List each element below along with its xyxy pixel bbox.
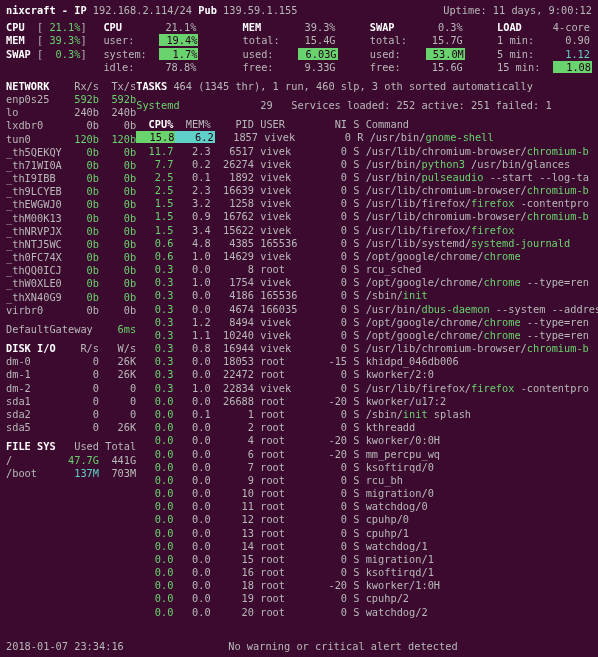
process-row: 0.3 1.0 22834 vivek 0 S /usr/lib/firefox… xyxy=(136,382,598,395)
process-row: 0.6 4.8 4385 165536 0 S /usr/lib/systemd… xyxy=(136,237,598,250)
net-iface-row: _th9LCYEB 0b 0b xyxy=(6,185,136,198)
process-row: 0.3 0.0 22472 root 0 S kworker/2:0 xyxy=(136,368,598,381)
process-row: 11.7 2.3 6517 vivek 0 S /usr/lib/chromiu… xyxy=(136,145,598,158)
process-row: 0.3 0.8 16944 vivek 0 S /usr/lib/chromiu… xyxy=(136,342,598,355)
process-row: 0.3 0.0 18053 root -15 S khidpd_046db006 xyxy=(136,355,598,368)
process-row: 0.0 0.0 14 root 0 S watchdog/1 xyxy=(136,540,598,553)
process-row: 15.8 6.2 1857 vivek 0 R /usr/bin/gnome-s… xyxy=(136,131,598,144)
process-row: 1.5 0.9 16762 vivek 0 S /usr/lib/chromiu… xyxy=(136,210,598,223)
net-iface-row: _thM00K13 0b 0b xyxy=(6,212,136,225)
process-row: 0.0 0.0 18 root -20 S kworker/1:0H xyxy=(136,579,598,592)
process-row: 0.0 0.0 10 root 0 S migration/0 xyxy=(136,487,598,500)
fs-row: / 47.7G 441G xyxy=(6,454,136,467)
process-row: 0.0 0.0 16 root 0 S ksoftirqd/1 xyxy=(136,566,598,579)
process-row: 7.7 0.2 26274 vivek 0 S /usr/bin/python3… xyxy=(136,158,598,171)
process-row: 0.0 0.0 20 root 0 S watchdog/2 xyxy=(136,606,598,619)
pub-label: Pub xyxy=(198,4,217,16)
title-bar: nixcraft - IP 192.168.2.114/24 Pub 139.5… xyxy=(6,4,592,17)
net-iface-row: _th71WI0A 0b 0b xyxy=(6,159,136,172)
process-row: 0.0 0.0 6 root -20 S mm_percpu_wq xyxy=(136,448,598,461)
net-iface-row: _thNTJ5WC 0b 0b xyxy=(6,238,136,251)
net-iface-row: _th5QEKQY 0b 0b xyxy=(6,146,136,159)
process-row: 0.0 0.0 11 root 0 S watchdog/0 xyxy=(136,500,598,513)
net-iface-row: _thW0XLE0 0b 0b xyxy=(6,277,136,290)
net-iface-row: enp0s25 592b 592b xyxy=(6,93,136,106)
process-row: 0.3 0.0 4674 166035 0 S /usr/bin/dbus-da… xyxy=(136,303,598,316)
disk-row: dm-1 0 26K xyxy=(6,368,136,381)
disk-row: sda2 0 0 xyxy=(6,408,136,421)
process-row: 0.0 0.0 9 root 0 S rcu_bh xyxy=(136,474,598,487)
process-row: 0.0 0.0 15 root 0 S migration/1 xyxy=(136,553,598,566)
net-iface-row: lxdbr0 0b 0b xyxy=(6,119,136,132)
net-iface-row: tun0 120b 120b xyxy=(6,133,136,146)
net-iface-row: _thEWGWJ0 0b 0b xyxy=(6,198,136,211)
net-iface-row: lo 240b 240b xyxy=(6,106,136,119)
process-row: 1.5 3.4 15622 vivek 0 S /usr/lib/firefox… xyxy=(136,224,598,237)
disk-row: sda1 0 0 xyxy=(6,395,136,408)
ip-label: IP xyxy=(74,4,86,16)
process-row: 0.0 0.0 19 root 0 S cpuhp/2 xyxy=(136,592,598,605)
process-row: 1.5 3.2 1258 vivek 0 S /usr/lib/firefox/… xyxy=(136,197,598,210)
timestamp: 2018-01-07 23:34:16 xyxy=(6,640,124,653)
net-iface-row: _thNRVPJX 0b 0b xyxy=(6,225,136,238)
process-row: 0.3 0.0 4186 165536 0 S /sbin/init xyxy=(136,289,598,302)
process-row: 0.3 1.1 10240 vivek 0 S /opt/google/chro… xyxy=(136,329,598,342)
ip-value: 192.168.2.114/24 xyxy=(93,4,192,16)
process-row: 0.3 0.0 8 root 0 S rcu_sched xyxy=(136,263,598,276)
process-row: 0.0 0.0 2 root 0 S kthreadd xyxy=(136,421,598,434)
hostname: nixcraft xyxy=(6,4,56,16)
process-row: 0.6 1.0 14629 vivek 0 S /opt/google/chro… xyxy=(136,250,598,263)
status-bar: 2018-01-07 23:34:16 No warning or critic… xyxy=(6,640,592,653)
process-row: 0.0 0.1 1 root 0 S /sbin/init splash xyxy=(136,408,598,421)
summary-panel: CPU [ 21.1%]MEM [ 39.3%]SWAP [ 0.3%] CPU… xyxy=(6,21,592,74)
process-row: 0.3 1.0 1754 vivek 0 S /opt/google/chrom… xyxy=(136,276,598,289)
net-iface-row: _thI9IBB 0b 0b xyxy=(6,172,136,185)
process-row: 0.0 0.0 7 root 0 S ksoftirqd/0 xyxy=(136,461,598,474)
process-row: 0.0 0.0 4 root -20 S kworker/0:0H xyxy=(136,434,598,447)
disk-row: sda5 0 26K xyxy=(6,421,136,434)
process-row: 2.5 2.3 16639 vivek 0 S /usr/lib/chromiu… xyxy=(136,184,598,197)
process-row: 2.5 0.1 1892 vivek 0 S /usr/bin/pulseaud… xyxy=(136,171,598,184)
disk-row: dm-2 0 0 xyxy=(6,382,136,395)
uptime: Uptime: 11 days, 9:00:12 xyxy=(443,4,592,17)
alert-message: No warning or critical alert detected xyxy=(228,640,457,653)
net-iface-row: virbr0 0b 0b xyxy=(6,304,136,317)
net-iface-row: _thXN40G9 0b 0b xyxy=(6,291,136,304)
net-iface-row: _th0FC74X 0b 0b xyxy=(6,251,136,264)
fs-row: /boot 137M 703M xyxy=(6,467,136,480)
pub-ip-value: 139.59.1.155 xyxy=(223,4,297,16)
process-row: 0.0 0.0 26688 root -20 S kworker/u17:2 xyxy=(136,395,598,408)
process-row: 0.0 0.0 12 root 0 S cpuhp/0 xyxy=(136,513,598,526)
disk-row: dm-0 0 26K xyxy=(6,355,136,368)
net-iface-row: _thQQ0ICJ 0b 0b xyxy=(6,264,136,277)
process-row: 0.0 0.0 13 root 0 S cpuhp/1 xyxy=(136,527,598,540)
process-row: 0.3 1.2 8494 vivek 0 S /opt/google/chrom… xyxy=(136,316,598,329)
